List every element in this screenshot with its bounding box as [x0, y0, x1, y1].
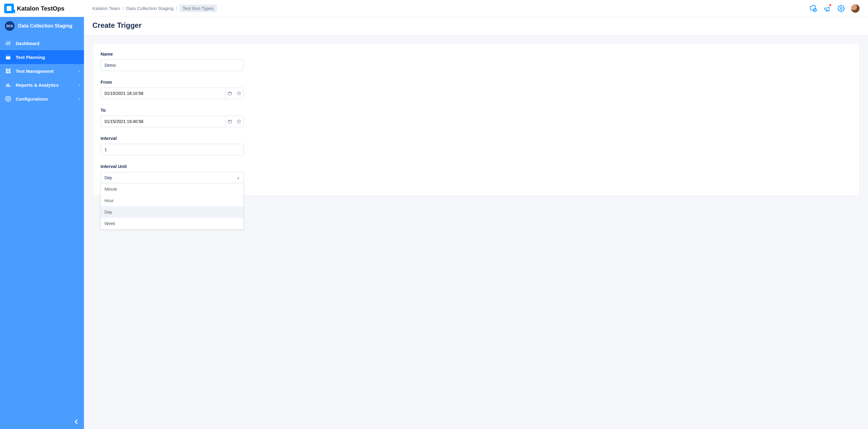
svg-rect-15	[228, 92, 231, 95]
interval-input[interactable]	[100, 144, 244, 155]
settings-icon[interactable]	[837, 4, 845, 12]
sidebar-item-label: Configurations	[16, 96, 48, 101]
logo-bar: Katalon TestOps	[0, 0, 84, 17]
sidebar-item-label: Test Planning	[16, 55, 45, 60]
svg-rect-4	[9, 55, 10, 56]
sidebar-item-configurations[interactable]: Configurations ›	[0, 92, 84, 106]
gear-icon	[5, 95, 11, 102]
breadcrumb-item-current[interactable]: Test Run Types	[180, 4, 217, 12]
svg-rect-11	[9, 85, 10, 87]
caret-up-icon: ▲	[237, 176, 240, 180]
sidebar-item-test-management[interactable]: Test Management ›	[0, 64, 84, 78]
svg-rect-7	[6, 71, 8, 73]
topbar-actions	[809, 4, 860, 13]
svg-rect-2	[6, 55, 10, 56]
sidebar-item-reports[interactable]: Reports & Analytics ›	[0, 78, 84, 92]
sidebar-item-dashboard[interactable]: Dashboard	[0, 36, 84, 50]
select-option-hour[interactable]: Hour	[101, 195, 243, 206]
calendar-icon[interactable]	[225, 88, 235, 99]
topbar: Katalon Team / Data Collection Staging /…	[84, 0, 868, 17]
form-group-name: Name	[100, 51, 244, 71]
form-group-interval: Interval	[100, 136, 244, 155]
select-option-week[interactable]: Week	[101, 218, 243, 229]
user-avatar[interactable]	[851, 4, 860, 13]
svg-rect-0	[6, 41, 10, 45]
sidebar-item-label: Test Management	[16, 69, 54, 74]
svg-rect-10	[7, 83, 8, 87]
calendar-icon[interactable]	[225, 116, 235, 127]
svg-rect-3	[7, 55, 7, 56]
svg-rect-8	[8, 71, 10, 73]
name-input[interactable]	[100, 60, 244, 71]
dashboard-icon	[5, 40, 11, 47]
chevron-right-icon: ›	[79, 97, 80, 101]
svg-rect-5	[6, 69, 8, 71]
clock-icon[interactable]	[235, 116, 243, 127]
sidebar-collapse-button[interactable]	[72, 418, 80, 425]
form-group-from: From	[100, 80, 244, 99]
breadcrumb-separator: /	[122, 6, 124, 11]
breadcrumb: Katalon Team / Data Collection Staging /…	[92, 4, 217, 12]
project-selector[interactable]: DCS Data Collection Staging	[0, 17, 84, 36]
breadcrumb-item[interactable]: Data Collection Staging	[126, 6, 174, 11]
sidebar: Katalon TestOps DCS Data Collection Stag…	[0, 0, 84, 429]
content: Name From	[84, 35, 868, 204]
project-badge: DCS	[5, 21, 14, 31]
interval-label: Interval	[100, 136, 244, 141]
breadcrumb-item[interactable]: Katalon Team	[92, 6, 120, 11]
sidebar-item-test-planning[interactable]: Test Planning	[0, 50, 84, 64]
main: Katalon Team / Data Collection Staging /…	[84, 0, 868, 429]
to-input[interactable]	[100, 116, 225, 127]
sidebar-item-label: Reports & Analytics	[16, 83, 59, 88]
brand-name: Katalon TestOps	[17, 5, 64, 12]
svg-rect-9	[6, 84, 7, 87]
sidebar-item-label: Dashboard	[16, 41, 39, 46]
svg-point-12	[7, 98, 9, 100]
select-option-minute[interactable]: Minute	[101, 183, 243, 195]
svg-point-14	[840, 7, 842, 9]
schedule-icon[interactable]	[809, 4, 817, 12]
calendar-icon	[5, 54, 11, 60]
to-label: To	[100, 108, 244, 113]
interval-unit-select[interactable]: Day ▲	[100, 172, 244, 183]
sidebar-nav: Dashboard Test Planning Test Management …	[0, 36, 84, 106]
notification-dot-icon	[829, 4, 832, 7]
from-input[interactable]	[100, 88, 225, 99]
interval-unit-value: Day	[104, 175, 112, 180]
announcement-icon[interactable]	[823, 4, 831, 12]
from-label: From	[100, 80, 244, 85]
page-title-bar: Create Trigger	[84, 17, 868, 35]
reports-icon	[5, 82, 11, 88]
katalon-logo-icon	[4, 4, 14, 13]
breadcrumb-separator: /	[176, 6, 177, 11]
clock-icon[interactable]	[235, 88, 243, 99]
form-group-interval-unit: Interval Unit Day ▲ Minute Hour Day Week	[100, 164, 244, 183]
page-title: Create Trigger	[92, 21, 860, 30]
form-group-to: To	[100, 108, 244, 127]
interval-unit-dropdown: Minute Hour Day Week	[100, 183, 244, 229]
interval-unit-label: Interval Unit	[100, 164, 244, 169]
svg-rect-20	[228, 120, 231, 123]
select-option-day[interactable]: Day	[101, 206, 243, 218]
project-name: Data Collection Staging	[18, 23, 72, 29]
name-label: Name	[100, 51, 244, 57]
management-icon	[5, 68, 11, 74]
svg-rect-6	[8, 69, 10, 71]
chevron-right-icon: ›	[79, 69, 80, 73]
form-card: Name From	[92, 43, 860, 196]
chevron-right-icon: ›	[79, 83, 80, 87]
